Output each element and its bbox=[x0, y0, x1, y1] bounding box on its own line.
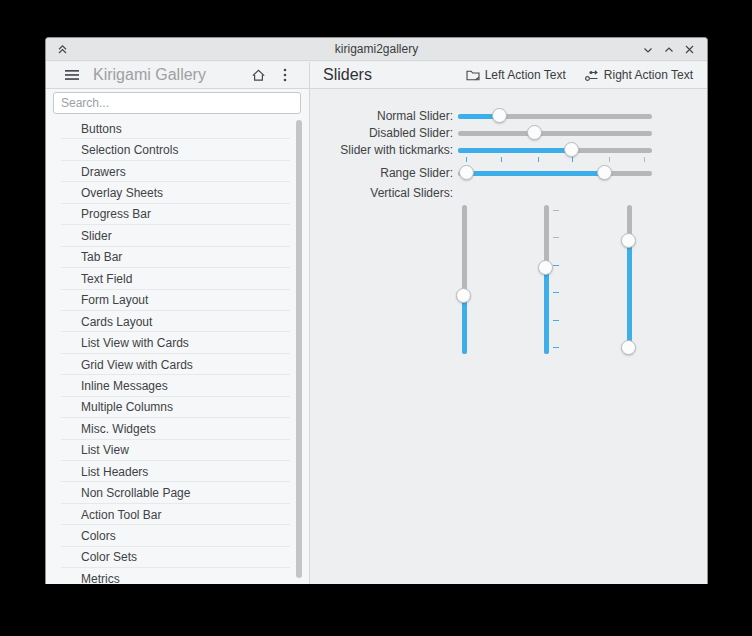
vertical-slider-tickmarks[interactable] bbox=[536, 205, 560, 354]
minimize-button[interactable] bbox=[641, 43, 654, 56]
sidebar-item-label: Form Layout bbox=[81, 293, 148, 307]
slider-fill bbox=[462, 294, 467, 354]
sidebar-item-list-view-with-cards[interactable]: List View with Cards bbox=[46, 332, 309, 353]
app-window: kirigami2gallery bbox=[45, 37, 708, 584]
slider-tickmark bbox=[553, 292, 559, 293]
sidebar-item-label: List View with Cards bbox=[81, 336, 189, 350]
sidebar-header: Kirigami Gallery bbox=[46, 62, 309, 89]
sidebar-item-label: Action Tool Bar bbox=[81, 508, 162, 522]
sidebar-title: Kirigami Gallery bbox=[93, 66, 248, 84]
window-title: kirigami2gallery bbox=[46, 38, 707, 61]
sidebar-item-text-field[interactable]: Text Field bbox=[46, 268, 309, 289]
sidebar-list: ButtonsSelection ControlsDrawersOverlay … bbox=[46, 118, 309, 584]
search-input[interactable] bbox=[53, 92, 301, 114]
overflow-menu-button[interactable] bbox=[275, 65, 295, 85]
slider-handle[interactable] bbox=[621, 233, 636, 248]
sidebar-item-cards-layout[interactable]: Cards Layout bbox=[46, 311, 309, 332]
tickmark-slider-label: Slider with tickmarks: bbox=[310, 141, 453, 160]
sidebar-item-label: Overlay Sheets bbox=[81, 186, 163, 200]
vertical-sliders-label: Vertical Sliders: bbox=[310, 186, 453, 200]
slider-handle[interactable] bbox=[459, 165, 474, 180]
slider-fill bbox=[458, 148, 572, 153]
range-slider-label: Range Slider: bbox=[310, 164, 453, 183]
sidebar-item-multiple-columns[interactable]: Multiple Columns bbox=[46, 397, 309, 418]
sidebar-item-tab-bar[interactable]: Tab Bar bbox=[46, 247, 309, 268]
sidebar-item-overlay-sheets[interactable]: Overlay Sheets bbox=[46, 182, 309, 203]
sidebar-item-progress-bar[interactable]: Progress Bar bbox=[46, 204, 309, 225]
sidebar-item-list-headers[interactable]: List Headers bbox=[46, 461, 309, 482]
chevron-up-icon bbox=[663, 44, 675, 56]
sidebar-item-label: Selection Controls bbox=[81, 143, 178, 157]
sidebar-item-drawers[interactable]: Drawers bbox=[46, 161, 309, 182]
sidebar-item-label: Metrics bbox=[81, 572, 120, 584]
main-pane: Sliders Left Action Text Right bbox=[310, 62, 707, 584]
sidebar-item-non-scrollable-page[interactable]: Non Scrollable Page bbox=[46, 482, 309, 503]
sidebar-item-inline-messages[interactable]: Inline Messages bbox=[46, 375, 309, 396]
close-icon bbox=[684, 44, 695, 55]
left-action-button[interactable]: Left Action Text bbox=[462, 65, 570, 85]
sidebar-item-grid-view-with-cards[interactable]: Grid View with Cards bbox=[46, 354, 309, 375]
sidebar-item-label: Misc. Widgets bbox=[81, 422, 156, 436]
slider-handle[interactable] bbox=[492, 108, 507, 123]
home-button[interactable] bbox=[248, 65, 268, 85]
page-title: Sliders bbox=[323, 66, 462, 84]
close-button[interactable] bbox=[683, 43, 696, 56]
slider-tickmark bbox=[553, 265, 559, 266]
slider-tickmark bbox=[553, 320, 559, 321]
slider-handle[interactable] bbox=[621, 340, 636, 355]
home-icon bbox=[251, 68, 266, 82]
slider-handle[interactable] bbox=[456, 288, 471, 303]
sidebar-item-label: Tab Bar bbox=[81, 250, 122, 264]
slider-tickmark bbox=[553, 347, 559, 348]
sidebar-item-label: Progress Bar bbox=[81, 207, 151, 221]
slider-tickmark bbox=[553, 237, 559, 238]
tickmark-slider[interactable] bbox=[458, 141, 652, 163]
sidebar-item-buttons[interactable]: Buttons bbox=[46, 118, 309, 139]
sidebar-item-selection-controls[interactable]: Selection Controls bbox=[46, 139, 309, 160]
chevron-down-icon bbox=[642, 44, 654, 56]
sidebar-item-label: Slider bbox=[81, 229, 112, 243]
slider-handle bbox=[527, 125, 542, 140]
slider-tickmark bbox=[572, 157, 573, 162]
slider-fill bbox=[468, 171, 606, 176]
slider-tickmark bbox=[538, 157, 539, 162]
slider-fill bbox=[627, 239, 632, 346]
menu-button[interactable] bbox=[62, 65, 82, 85]
range-slider[interactable] bbox=[458, 164, 652, 186]
sidebar-item-metrics[interactable]: Metrics bbox=[46, 568, 309, 584]
slider-tickmark bbox=[466, 157, 467, 162]
page-header: Sliders Left Action Text Right bbox=[310, 62, 707, 89]
slider-handle[interactable] bbox=[597, 165, 612, 180]
sidebar-item-action-tool-bar[interactable]: Action Tool Bar bbox=[46, 504, 309, 525]
slider-handle[interactable] bbox=[538, 260, 553, 275]
sidebar-item-label: Drawers bbox=[81, 165, 126, 179]
sidebar-item-label: Inline Messages bbox=[81, 379, 168, 393]
vertical-range-slider[interactable] bbox=[619, 205, 643, 354]
slider-tickmark bbox=[501, 157, 502, 162]
sidebar-item-colors[interactable]: Colors bbox=[46, 525, 309, 546]
slider-track bbox=[458, 131, 652, 136]
sidebar: Kirigami Gallery Buttons bbox=[46, 62, 309, 584]
right-action-button[interactable]: Right Action Text bbox=[580, 65, 697, 85]
sidebar-item-slider[interactable]: Slider bbox=[46, 225, 309, 246]
left-action-label: Left Action Text bbox=[485, 68, 566, 82]
right-action-label: Right Action Text bbox=[604, 68, 693, 82]
sidebar-body: ButtonsSelection ControlsDrawersOverlay … bbox=[46, 90, 309, 584]
folder-icon bbox=[466, 69, 480, 81]
sidebar-scrollbar-thumb[interactable] bbox=[296, 120, 302, 578]
sidebar-item-list-view[interactable]: List View bbox=[46, 440, 309, 461]
sidebar-item-label: Grid View with Cards bbox=[81, 358, 193, 372]
slider-tickmark bbox=[553, 210, 559, 211]
vertical-slider-1[interactable] bbox=[454, 205, 478, 354]
sidebar-item-misc-widgets[interactable]: Misc. Widgets bbox=[46, 418, 309, 439]
slider-handle[interactable] bbox=[564, 142, 579, 157]
sidebar-item-form-layout[interactable]: Form Layout bbox=[46, 290, 309, 311]
hamburger-icon bbox=[65, 69, 79, 81]
sidebar-item-label: Buttons bbox=[81, 122, 122, 136]
maximize-button[interactable] bbox=[662, 43, 675, 56]
titlebar: kirigami2gallery bbox=[46, 38, 707, 61]
sidebar-item-color-sets[interactable]: Color Sets bbox=[46, 547, 309, 568]
sidebar-item-label: Color Sets bbox=[81, 550, 137, 564]
sidebar-item-label: Text Field bbox=[81, 272, 132, 286]
sidebar-item-label: Non Scrollable Page bbox=[81, 486, 190, 500]
